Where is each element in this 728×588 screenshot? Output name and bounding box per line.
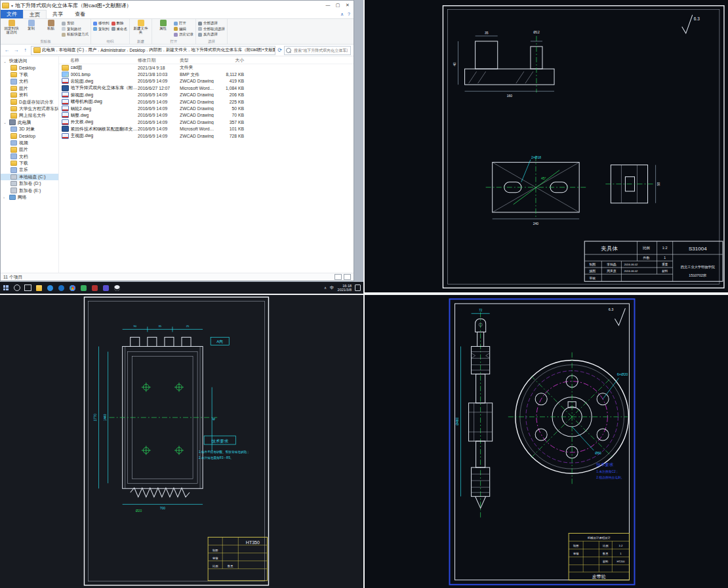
copy-path-icon [62, 27, 66, 31]
paste-shortcut-button[interactable]: 粘贴快捷方式 [62, 32, 89, 37]
nav-item-desktop[interactable]: Desktop [1, 64, 58, 71]
cut-button[interactable]: 剪切 [62, 21, 89, 26]
taskbar-app-edge[interactable] [45, 282, 56, 294]
thumbnails-view-button[interactable] [344, 274, 351, 280]
column-headers: 名称 修改日期 类型 大小 [59, 56, 354, 64]
nav-header-this-pc[interactable]: ⌄此电脑 [1, 119, 58, 126]
tab-home[interactable]: 主页 [23, 10, 47, 18]
edit-button[interactable]: 编辑 [174, 27, 193, 31]
file-row[interactable]: 外文板.dwg2016/6/9 14:09ZWCAD Drawing357 KB [59, 119, 354, 125]
taskbar-app-wechat[interactable] [78, 282, 89, 294]
search-button[interactable] [11, 282, 22, 294]
up-button[interactable]: ↑ [22, 47, 29, 53]
crumb-administrator[interactable]: Administrator [100, 48, 125, 52]
new-folder-button[interactable]: 新建文件夹 [132, 20, 150, 35]
history-button[interactable]: 历史记录 [174, 32, 193, 37]
move-to-button[interactable]: 移动到 [93, 21, 110, 26]
crumb-desktop[interactable]: Desktop [129, 48, 145, 52]
breadcrumb[interactable]: 此电脑› 本地磁盘 (C:)› 用户› Administrator› Deskt… [31, 46, 275, 55]
nav-header-quick-access[interactable]: ⌄快速访问 [1, 58, 58, 64]
taskbar-app-wps[interactable] [100, 282, 111, 294]
nav-item-pc-pictures[interactable]: 图片 [1, 146, 58, 153]
maximize-button[interactable]: ▢ [333, 3, 342, 8]
column-date[interactable]: 修改日期 [138, 57, 180, 64]
file-row[interactable]: 齿轮图.dwg2016/6/9 14:09ZWCAD Drawing419 KB [59, 78, 354, 85]
quick-access-toolbar-icon[interactable]: ▾ [11, 3, 13, 8]
file-row[interactable]: 蜗整.dwg2016/6/9 14:09ZWCAD Drawing70 KB [59, 112, 354, 119]
nav-item-quick-6[interactable]: D盘缓存知识分享 [1, 98, 58, 105]
column-size[interactable]: 大小 [219, 57, 247, 64]
nav-item-videos[interactable]: 视频 [1, 140, 58, 146]
nav-item-quick-5[interactable]: 资料 [1, 92, 58, 98]
nav-item-quick-7[interactable]: 大学生方程式赛车队 [1, 106, 58, 112]
file-row[interactable]: 地下升降式双向化立体车库（附cad图+文献翻译）2016/6/27 12:07M… [59, 85, 354, 91]
search-input[interactable] [293, 48, 349, 53]
nav-item-quick-8[interactable]: 网上报名文件 [1, 112, 58, 119]
rename-button[interactable]: 重命名 [111, 27, 128, 31]
nav-item-disk-e[interactable]: 新加卷 (E:) [1, 187, 58, 193]
taskbar-app-ie[interactable] [56, 282, 67, 294]
taskbar-clock[interactable]: 16:18 2021/3/8 [338, 284, 352, 292]
file-row[interactable]: cad图2021/3/4 9:18文件夹 [59, 64, 354, 71]
tab-share[interactable]: 共享 [47, 10, 69, 18]
file-row[interactable]: 螺母机构图.dwg2016/6/9 14:09ZWCAD Drawing225 … [59, 98, 354, 105]
crumb-disk-c[interactable]: 本地磁盘 (C:) [59, 47, 85, 53]
details-view-button[interactable] [334, 274, 342, 280]
taskbar-app-qq[interactable] [111, 282, 123, 294]
forward-button[interactable]: → [12, 47, 20, 53]
nav-item-downloads[interactable]: 下载 [1, 71, 58, 78]
column-type[interactable]: 类型 [180, 57, 219, 64]
word-file-icon [62, 85, 69, 91]
column-name[interactable]: 名称 [59, 57, 138, 64]
help-icon[interactable]: ? [348, 12, 350, 16]
tab-view[interactable]: 查看 [69, 10, 91, 18]
crumb-this-pc[interactable]: 此电脑 [42, 47, 55, 53]
nav-item-pc-documents[interactable]: 文档 [1, 153, 58, 159]
nav-item-network[interactable]: ›网络 [1, 194, 58, 201]
nav-item-documents[interactable]: 文档 [1, 78, 58, 85]
copy-to-button[interactable]: 复制到 [93, 27, 110, 31]
qq-icon [114, 285, 120, 291]
nav-item-disk-d[interactable]: 新加卷 (D:) [1, 180, 58, 187]
select-all-button[interactable]: 全部选择 [198, 21, 225, 26]
nav-item-disk-c[interactable]: 本地磁盘 (C:) [1, 174, 58, 180]
crumb-folder-2[interactable]: 新建文件夹 [166, 47, 188, 53]
copy-button[interactable]: 复制 [22, 20, 40, 31]
pin-to-quick-access-button[interactable]: 固定到快速访问 [3, 20, 20, 35]
open-button[interactable]: 打开 [174, 21, 193, 26]
task-view-button[interactable] [22, 282, 33, 294]
file-row[interactable]: 紧固件技术和钢板装配图翻译文2 外文…2016/6/9 14:09Microso… [59, 126, 354, 132]
tab-file[interactable]: 文件 [1, 10, 23, 18]
taskbar-app-zwcad[interactable] [89, 282, 100, 294]
start-button[interactable] [0, 282, 11, 294]
back-button[interactable]: ← [3, 47, 10, 53]
edit-icon [174, 27, 178, 31]
file-row[interactable]: 0001.bmp2021/3/8 10:03BMP 文件8,112 KB [59, 71, 354, 77]
nav-item-pc-desktop[interactable]: Desktop [1, 132, 58, 139]
ime-indicator[interactable]: 中 [330, 285, 334, 291]
nav-item-music[interactable]: 音乐 [1, 167, 58, 173]
notification-center-icon[interactable] [355, 284, 361, 291]
close-button[interactable]: ✕ [343, 3, 352, 8]
copy-path-button[interactable]: 复制路径 [62, 27, 89, 31]
collapse-ribbon-icon[interactable]: ∧ [340, 12, 344, 17]
file-row[interactable]: 主视图.dwg2016/6/9 14:09ZWCAD Drawing728 KB [59, 132, 354, 139]
crumb-users[interactable]: 用户 [88, 47, 96, 53]
tray-chevron-icon[interactable]: ∧ [324, 286, 327, 290]
select-none-button[interactable]: 全部取消选择 [198, 27, 225, 31]
delete-button[interactable]: 删除 [111, 21, 128, 26]
crumb-current[interactable]: 地下升降式双向化立体车库（附cad图+文献翻译） [191, 47, 275, 53]
paste-button[interactable]: 粘贴 [42, 20, 60, 31]
minimize-button[interactable]: — [323, 3, 333, 8]
nav-item-3d-objects[interactable]: 3D 对象 [1, 126, 58, 132]
taskbar-app-chrome[interactable] [67, 282, 78, 294]
file-row[interactable]: 俯视图.dwg2016/6/9 14:09ZWCAD Drawing206 KB [59, 92, 354, 98]
refresh-icon[interactable]: ⟳ [277, 47, 282, 53]
file-row[interactable]: 蜗轮2.dwg2016/6/9 14:09ZWCAD Drawing50 KB [59, 105, 354, 111]
nav-item-pictures[interactable]: 图片 [1, 85, 58, 92]
nav-item-pc-downloads[interactable]: 下载 [1, 160, 58, 167]
properties-button[interactable]: 属性 [154, 20, 172, 31]
taskbar-app-explorer[interactable] [33, 282, 45, 294]
crumb-folder-1[interactable]: 内部图 [149, 47, 162, 53]
invert-selection-button[interactable]: 反向选择 [198, 32, 225, 37]
